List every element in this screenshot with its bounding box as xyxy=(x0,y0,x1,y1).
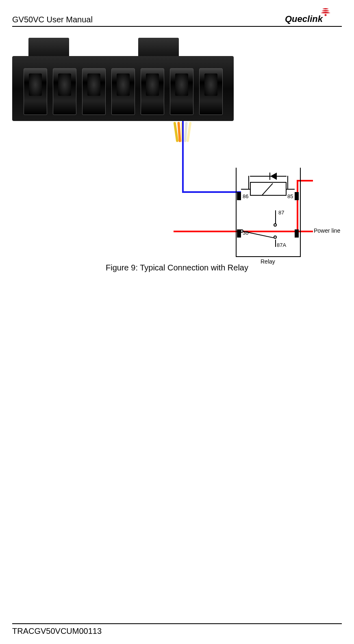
wire-bundle xyxy=(175,122,199,142)
brand-text: Queclink xyxy=(285,14,324,24)
document-title: GV50VC User Manual xyxy=(12,15,93,24)
relay-caption: Relay xyxy=(261,258,275,265)
terminal-label-85: 85 xyxy=(287,193,293,199)
figure-diagram: Power line xyxy=(12,32,342,259)
page-footer: TRACGV50VCUM00113 xyxy=(12,623,342,636)
terminal-label-86: 86 xyxy=(243,193,248,199)
terminal-label-87a: 87A xyxy=(277,242,286,248)
figure-caption: Figure 9: Typical Connection with Relay xyxy=(12,263,342,272)
relay-schematic: 86 85 30 87 87A Relay xyxy=(226,170,327,263)
connector-image xyxy=(12,32,240,137)
terminal-label-30: 30 xyxy=(243,230,248,236)
brand-logo: Queclink xyxy=(285,8,342,24)
wire-blue xyxy=(182,121,184,192)
svg-point-0 xyxy=(325,14,327,16)
page-header: GV50VC User Manual Queclink xyxy=(12,8,342,27)
terminal-label-87: 87 xyxy=(278,210,284,216)
document-id: TRACGV50VCUM00113 xyxy=(12,627,342,636)
page-content: Power line xyxy=(12,32,342,623)
